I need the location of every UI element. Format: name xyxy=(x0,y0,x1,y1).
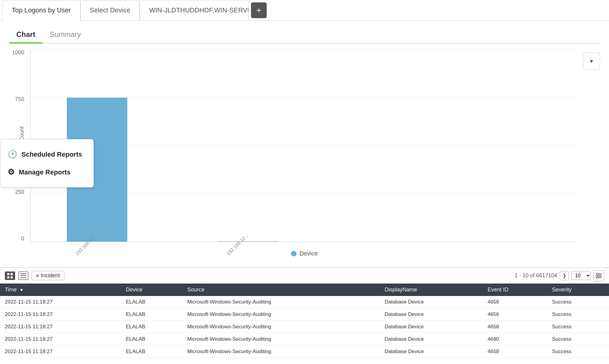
legend-label-device: Device xyxy=(299,250,318,257)
manage-reports-item[interactable]: ⚙ Manage Reports xyxy=(8,163,86,181)
add-tab-button[interactable]: + xyxy=(251,2,267,18)
tab-top-logons[interactable]: Top Logons by User xyxy=(2,0,80,21)
table-row: 2022-11-15 11:18:27ELALABMicrosoft-Windo… xyxy=(0,333,609,346)
cell-severity: Success xyxy=(547,308,609,321)
cell-time: 2022-11-15 11:18:27 xyxy=(0,346,121,358)
cell-time: 2022-11-15 11:18:27 xyxy=(0,308,121,321)
cell-eventid: 4690 xyxy=(483,333,547,346)
cell-source: Microsoft-Windows-Security-Auditing xyxy=(182,346,380,358)
grid-view-button[interactable] xyxy=(5,271,15,280)
cell-device: ELALAB xyxy=(121,333,182,346)
cell-displayname: Database Device xyxy=(380,321,483,333)
tab-select-device-label: Select Device xyxy=(90,6,131,14)
cell-displayname: Database Device xyxy=(380,333,483,346)
cell-eventid: 4656 xyxy=(483,308,547,321)
grid-icon xyxy=(7,273,13,279)
svg-point-12 xyxy=(597,277,598,278)
data-table: Time ▼ Device Source DisplayName Event I… xyxy=(0,284,609,358)
cell-eventid: 4658 xyxy=(483,346,547,358)
x-label-2: 192.168.12... xyxy=(226,233,249,257)
cell-device: ELALAB xyxy=(121,321,182,333)
cell-severity: Success xyxy=(547,333,609,346)
page-size-select[interactable]: 10 25 50 100 xyxy=(571,271,591,280)
table-header: Time ▼ Device Source DisplayName Event I… xyxy=(0,284,609,296)
tab-select-device[interactable]: Select Device xyxy=(80,0,140,21)
y-label-750: 750 xyxy=(15,96,24,102)
cell-source: Microsoft-Windows-Security-Auditing xyxy=(182,333,380,346)
list-view-button[interactable] xyxy=(18,271,28,280)
tab-summary[interactable]: Summary xyxy=(43,27,88,44)
device-value-text: WIN-JLDTHUDDHDF,WIN-SERVER-2012 xyxy=(149,6,249,14)
cell-device: ELALAB xyxy=(121,308,182,321)
svg-rect-6 xyxy=(20,277,26,278)
cell-eventid: 4658 xyxy=(483,296,547,308)
view-tabs: Chart Summary xyxy=(9,27,600,44)
col-header-eventid[interactable]: Event ID xyxy=(483,284,547,296)
svg-point-10 xyxy=(597,273,598,275)
cell-time: 2022-11-15 11:18:27 xyxy=(0,321,121,333)
cell-source: Microsoft-Windows-Security-Auditing xyxy=(182,308,380,321)
incident-filter-badge[interactable]: Incident xyxy=(31,271,64,280)
legend-dot-device xyxy=(291,251,296,256)
scheduled-reports-label: Scheduled Reports xyxy=(21,151,82,158)
cell-time: 2022-11-15 11:18:27 xyxy=(0,333,121,346)
table-scroll[interactable]: Time ▼ Device Source DisplayName Event I… xyxy=(0,284,609,364)
col-header-device[interactable]: Device xyxy=(121,284,182,296)
pagination-info: 1 - 10 of 6617104 ❯ 10 25 50 100 xyxy=(515,270,604,281)
svg-rect-4 xyxy=(20,273,26,274)
bar-2[interactable] xyxy=(218,241,278,242)
cell-displayname: Database Device xyxy=(380,308,483,321)
incident-dot-icon xyxy=(36,274,39,277)
svg-rect-2 xyxy=(7,276,9,278)
svg-rect-3 xyxy=(11,276,13,278)
cell-time: 2022-11-15 11:18:27 xyxy=(0,296,121,308)
cell-device: ELALAB xyxy=(121,296,182,308)
clock-icon: 🕐 xyxy=(8,150,17,159)
cell-eventid: 4658 xyxy=(483,321,547,333)
col-header-severity[interactable]: Severity xyxy=(547,284,609,296)
cell-displayname: Database Device xyxy=(380,296,483,308)
chart-container: ▾ Count 1000 750 500 250 0 192.168.21... xyxy=(9,50,600,260)
table-row: 2022-11-15 11:18:27ELALABMicrosoft-Windo… xyxy=(0,308,609,321)
sort-arrow-time: ▼ xyxy=(19,288,24,292)
list-icon xyxy=(20,273,26,278)
grid-line-1000 xyxy=(31,50,576,50)
incident-badge-label: Incident xyxy=(41,272,60,279)
col-header-time[interactable]: Time ▼ xyxy=(0,284,121,296)
table-row: 2022-11-15 11:18:27ELALABMicrosoft-Windo… xyxy=(0,346,609,358)
table-row: 2022-11-15 11:18:27ELALABMicrosoft-Windo… xyxy=(0,296,609,308)
table-area: Incident 1 - 10 of 6617104 ❯ 10 25 50 10… xyxy=(0,267,609,364)
col-header-displayname[interactable]: DisplayName xyxy=(380,284,483,296)
cell-source: Microsoft-Windows-Security-Auditing xyxy=(182,321,380,333)
tab-chart[interactable]: Chart xyxy=(9,27,43,44)
svg-point-11 xyxy=(599,275,601,277)
tab-device-value[interactable]: WIN-JLDTHUDDHDF,WIN-SERVER-2012 xyxy=(140,0,249,21)
svg-rect-1 xyxy=(11,273,13,275)
y-label-250: 250 xyxy=(15,189,24,195)
tab-top-logons-label: Top Logons by User xyxy=(12,6,71,14)
column-settings-button[interactable] xyxy=(593,270,604,281)
scheduled-reports-item[interactable]: 🕐 Scheduled Reports xyxy=(8,145,86,163)
manage-reports-label: Manage Reports xyxy=(19,168,70,176)
table-row: 2022-11-15 11:18:27ELALABMicrosoft-Windo… xyxy=(0,321,609,333)
y-label-1000: 1000 xyxy=(12,50,24,56)
cell-severity: Success xyxy=(547,296,609,308)
svg-rect-5 xyxy=(20,275,26,276)
cell-displayname: Database Device xyxy=(380,346,483,358)
chart-dropdown-button[interactable]: ▾ xyxy=(583,53,600,70)
cell-severity: Success xyxy=(547,346,609,358)
pagination-text: 1 - 10 of 6617104 xyxy=(515,272,557,279)
tab-bar: Top Logons by User Select Device WIN-JLD… xyxy=(0,0,609,21)
y-label-0: 0 xyxy=(21,236,24,242)
gear-icon: ⚙ xyxy=(8,167,15,177)
chevron-down-icon: ▾ xyxy=(590,57,593,65)
cell-severity: Success xyxy=(547,321,609,333)
table-body: 2022-11-15 11:18:27ELALABMicrosoft-Windo… xyxy=(0,296,609,358)
cell-source: Microsoft-Windows-Security-Auditing xyxy=(182,296,380,308)
sidebar-popup: 🕐 Scheduled Reports ⚙ Manage Reports xyxy=(0,139,94,187)
col-header-source[interactable]: Source xyxy=(182,284,380,296)
chart-plot: 192.168.21... 192.168.12... xyxy=(30,50,576,242)
chart-legend: Device xyxy=(291,250,318,257)
next-page-button[interactable]: ❯ xyxy=(560,271,569,280)
table-toolbar: Incident 1 - 10 of 6617104 ❯ 10 25 50 10… xyxy=(0,268,609,284)
